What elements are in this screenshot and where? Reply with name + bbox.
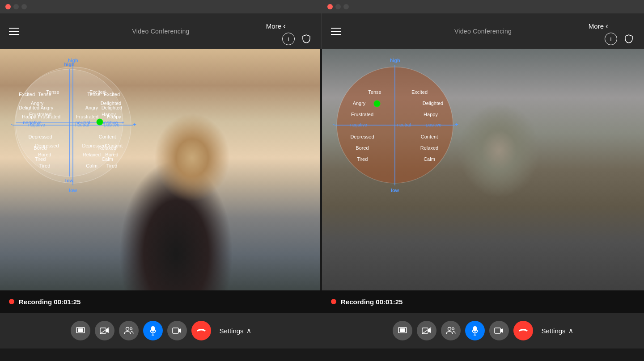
info-icon: i [610,36,612,42]
microphone-icon [150,326,156,336]
settings-button-right[interactable]: Settings ∧ [541,327,573,335]
svg-text:positive: positive [426,122,441,127]
chevron-up-icon-left: ∧ [246,327,251,335]
emotion-wheel-left-accurate: high low - negative neutral positive + T… [4,56,142,194]
participants-button-left[interactable] [119,321,139,340]
svg-point-76 [374,101,380,107]
svg-point-53 [97,119,103,125]
video-off-button-left[interactable] [95,321,114,340]
recording-dot-left [9,299,14,304]
svg-point-81 [126,327,129,331]
nav-icons-left: i [282,33,313,45]
chevron-right-icon: ‹ [606,21,608,31]
settings-label-left: Settings [219,327,243,335]
minimize-button-right[interactable] [335,4,341,9]
svg-text:Angry: Angry [353,101,366,106]
settings-label-right: Settings [541,327,565,335]
participants-button-right[interactable] [441,321,461,340]
maximize-button[interactable] [21,4,27,9]
svg-text:Depressed: Depressed [350,134,374,139]
svg-text:negative: negative [28,122,45,127]
title-bar [0,0,644,13]
chevron-left-icon: ‹ [283,21,286,31]
nav-icons-right: i [605,33,635,45]
camera-button-left[interactable] [167,321,187,340]
shield-icon [302,34,310,43]
control-bar: Settings ∧ [0,313,644,348]
maximize-button-right[interactable] [343,4,349,9]
svg-text:+: + [455,121,458,128]
hamburger-menu-left[interactable] [9,28,19,35]
participants-icon-right [446,327,456,335]
nav-section-right: Video Conferencing More ‹ i [322,13,644,49]
end-call-icon-right [518,327,528,334]
svg-text:Tense: Tense [46,89,59,95]
main-content: high low - negative neutral positive + T… [0,49,644,290]
close-button[interactable] [5,4,11,9]
svg-text:neutral: neutral [75,122,89,127]
svg-text:high: high [390,58,400,63]
svg-rect-86 [173,328,178,333]
svg-text:Content: Content [421,134,438,139]
svg-text:Relaxed: Relaxed [98,145,116,151]
svg-text:Happy: Happy [424,112,438,117]
svg-text:Bored: Bored [34,145,47,151]
shield-button-right[interactable] [623,33,635,45]
nav-section-left: Video Conferencing More ‹ i [0,13,322,49]
traffic-lights-left [0,4,27,9]
screen-share-button-right[interactable] [393,321,412,340]
svg-text:Excited: Excited [411,89,428,95]
video-off-button-right[interactable] [417,321,436,340]
hamburger-menu-right[interactable] [331,28,341,35]
nav-title-right: Video Conferencing [454,28,512,35]
svg-rect-83 [151,326,155,332]
nav-title-left: Video Conferencing [132,28,189,35]
svg-text:Calm: Calm [424,156,435,162]
video-panel-left: high low - negative neutral positive + T… [0,49,322,290]
hamburger-line [9,28,19,29]
participants-icon [124,327,134,335]
camera-icon [172,327,182,334]
recording-label-right: Recording 00:01:25 [341,298,402,306]
screen-share-icon [76,327,85,334]
camera-icon-right [494,327,504,334]
svg-rect-78 [78,328,83,332]
microphone-button-left[interactable] [143,321,163,340]
end-call-button-left[interactable] [191,321,211,340]
close-button-right[interactable] [327,4,333,9]
svg-text:+: + [133,121,136,128]
svg-text:-: - [11,121,13,128]
more-button-left[interactable]: More ‹ [266,21,286,31]
svg-text:negative: negative [350,122,367,127]
hamburger-line [331,28,341,29]
svg-text:Frustrated: Frustrated [29,112,51,117]
svg-point-92 [452,328,454,330]
chevron-up-icon-right: ∧ [568,327,573,335]
recording-right: Recording 00:01:25 [322,298,644,306]
svg-text:Angry: Angry [31,101,44,106]
recording-dot-right [331,299,336,304]
minimize-button[interactable] [13,4,19,9]
svg-text:Depressed: Depressed [28,134,52,139]
svg-text:high: high [68,58,78,63]
info-button-right[interactable]: i [605,33,617,45]
svg-text:Excited: Excited [89,89,106,95]
screen-share-button-left[interactable] [71,321,90,340]
info-button-left[interactable]: i [282,33,295,45]
end-call-button-right[interactable] [513,321,533,340]
more-button-right[interactable]: More ‹ [589,21,608,31]
svg-text:Delighted: Delighted [101,101,121,106]
shield-button-left[interactable] [300,33,313,45]
controls-right: Settings ∧ [322,321,644,340]
camera-button-right[interactable] [489,321,509,340]
hamburger-line [331,34,341,35]
hamburger-line [9,31,19,32]
recording-left: Recording 00:01:25 [0,298,322,306]
microphone-button-right[interactable] [465,321,485,340]
svg-rect-93 [473,326,477,332]
svg-text:Delighted: Delighted [423,101,443,106]
video-off-icon-right [422,327,432,334]
settings-button-left[interactable]: Settings ∧ [219,327,251,335]
svg-text:-: - [333,121,335,128]
hamburger-line [331,31,341,32]
